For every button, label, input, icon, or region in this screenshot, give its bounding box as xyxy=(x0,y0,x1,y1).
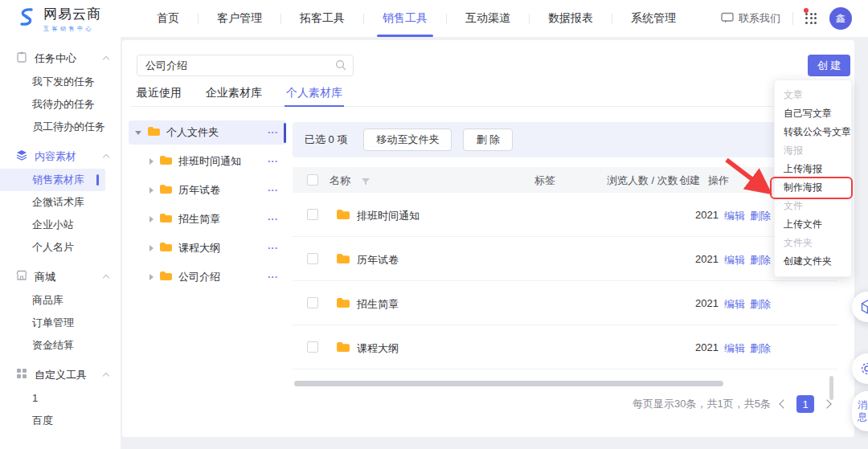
nav-item-channels[interactable]: 互动渠道 xyxy=(447,0,529,37)
menu-item-upload-poster[interactable]: 上传海报 xyxy=(775,160,851,178)
sidebar-item-custom-1[interactable]: 1 xyxy=(0,387,121,410)
move-to-folder-button[interactable]: 移动至文件夹 xyxy=(363,129,452,151)
nav-item-prospecting[interactable]: 拓客工具 xyxy=(281,0,363,37)
gear-icon xyxy=(860,361,868,376)
tree-scrollbar-thumb[interactable] xyxy=(284,123,286,143)
chevron-up-icon xyxy=(103,373,109,379)
sidebar-item-sales-materials[interactable]: 销售素材库 xyxy=(0,169,105,191)
select-all-checkbox[interactable] xyxy=(307,174,318,186)
row-name-link[interactable]: 招生简章 xyxy=(357,297,399,312)
row-name-link[interactable]: 排班时间通知 xyxy=(357,209,420,223)
tree-node-shift-notice[interactable]: 排班时间通知 xyxy=(129,149,286,173)
more-actions-icon[interactable] xyxy=(268,129,278,137)
menu-item-create-folder[interactable]: 创建文件夹 xyxy=(775,252,851,271)
settings-float-button[interactable] xyxy=(852,353,868,384)
more-actions-icon[interactable] xyxy=(268,215,278,223)
caret-right-icon[interactable] xyxy=(149,216,154,222)
avatar[interactable]: 鑫 xyxy=(829,7,852,30)
delete-link[interactable]: 删除 xyxy=(750,253,771,267)
folder-icon xyxy=(159,271,173,284)
nav-item-home[interactable]: 首页 xyxy=(138,0,198,37)
sidebar-item-tasks-sent[interactable]: 我下发的任务 xyxy=(0,71,121,93)
folder-icon xyxy=(159,155,173,168)
message-float-button[interactable]: 消息 xyxy=(852,391,868,431)
edit-link[interactable]: 编辑 xyxy=(724,297,745,312)
search-icon[interactable] xyxy=(335,59,346,74)
next-page-icon[interactable] xyxy=(822,399,831,408)
tree-node-company-intro[interactable]: 公司介绍 xyxy=(129,265,286,289)
menu-item-repost-official-article[interactable]: 转载公众号文章 xyxy=(775,123,851,141)
sidebar-item-order-management[interactable]: 订单管理 xyxy=(0,312,121,334)
sidebar-section-content[interactable]: 内容素材 xyxy=(0,144,121,169)
sidebar-item-wecom-scripts[interactable]: 企微话术库 xyxy=(0,191,121,214)
caret-right-icon[interactable] xyxy=(149,274,154,280)
row-checkbox[interactable] xyxy=(307,209,318,220)
annotation-highlight-box xyxy=(770,177,853,199)
delete-link[interactable]: 删除 xyxy=(750,297,771,312)
main-content-card: 创 建 最近使用 企业素材库 个人素材库 个人文件夹 排班时间通知 xyxy=(122,40,854,437)
caret-down-icon[interactable] xyxy=(135,131,141,135)
row-checkbox[interactable] xyxy=(307,297,318,308)
section-label: 自定义工具 xyxy=(35,368,87,382)
contact-us-label: 联系我们 xyxy=(739,11,780,26)
tree-node-personal-folder[interactable]: 个人文件夹 xyxy=(129,120,286,145)
section-label: 商城 xyxy=(35,270,55,284)
folder-icon xyxy=(336,253,350,267)
tab-personal-library[interactable]: 个人素材库 xyxy=(286,80,342,106)
caret-right-icon[interactable] xyxy=(149,158,154,165)
filter-funnel-icon[interactable] xyxy=(362,176,370,188)
tab-recently-used[interactable]: 最近使用 xyxy=(137,80,182,106)
contact-us-button[interactable]: 联系我们 xyxy=(721,11,780,26)
more-actions-icon[interactable] xyxy=(268,157,278,165)
tab-enterprise-library[interactable]: 企业素材库 xyxy=(206,80,262,106)
sidebar-item-product-library[interactable]: 商品库 xyxy=(0,289,121,312)
tree-node-past-exams[interactable]: 历年试卷 xyxy=(129,178,286,202)
sidebar-item-baidu[interactable]: 百度 xyxy=(0,410,121,432)
nav-item-sales-tools[interactable]: 销售工具 xyxy=(364,0,446,37)
cube-float-button[interactable] xyxy=(852,292,868,322)
prev-page-icon[interactable] xyxy=(779,399,788,408)
more-actions-icon[interactable] xyxy=(268,273,278,281)
row-name-link[interactable]: 历年试卷 xyxy=(357,253,399,267)
tree-node-course-outline[interactable]: 课程大纲 xyxy=(129,236,286,260)
row-checkbox[interactable] xyxy=(307,341,318,353)
edit-link[interactable]: 编辑 xyxy=(724,341,745,356)
tree-node-admission-brochure[interactable]: 招生简章 xyxy=(129,207,286,231)
menu-item-upload-file[interactable]: 上传文件 xyxy=(775,215,851,234)
app-grid-icon[interactable] xyxy=(805,13,817,25)
sidebar-item-tasks-staff-todo[interactable]: 员工待办的任务 xyxy=(0,116,121,138)
sidebar-section-tasks[interactable]: 任务中心 xyxy=(0,46,121,71)
delete-link[interactable]: 删除 xyxy=(750,209,771,223)
edit-link[interactable]: 编辑 xyxy=(724,253,745,267)
section-label: 内容素材 xyxy=(35,149,76,164)
sidebar-section-custom-tools[interactable]: 自定义工具 xyxy=(0,362,121,387)
sidebar-item-tasks-my-todo[interactable]: 我待办的任务 xyxy=(0,93,121,116)
caret-right-icon[interactable] xyxy=(149,187,154,194)
more-actions-icon[interactable] xyxy=(268,244,278,252)
search-input[interactable] xyxy=(137,55,354,76)
sidebar-item-company-site[interactable]: 企业小站 xyxy=(0,214,121,236)
nav-item-system[interactable]: 系统管理 xyxy=(612,0,694,37)
horizontal-scrollbar-thumb[interactable] xyxy=(294,381,723,386)
sidebar-item-personal-card[interactable]: 个人名片 xyxy=(0,236,121,259)
sidebar-section-mall[interactable]: 商城 xyxy=(0,264,121,289)
pagination-summary: 每页显示30条，共1页，共5条 xyxy=(633,397,771,411)
table-row: 招生简章 2021 编辑 删除 xyxy=(293,281,837,325)
selection-toolbar: 已选 0 项 移动至文件夹 删 除 xyxy=(293,122,837,157)
create-button[interactable]: 创 建 xyxy=(808,55,850,76)
sidebar-item-fund-settlement[interactable]: 资金结算 xyxy=(0,334,121,357)
tree-node-label: 招生简章 xyxy=(178,212,220,227)
row-name-link[interactable]: 课程大纲 xyxy=(357,341,399,356)
page-1-button[interactable]: 1 xyxy=(796,395,814,413)
delete-link[interactable]: 删除 xyxy=(750,341,771,356)
menu-group-folder: 文件夹 xyxy=(775,234,851,252)
nav-item-reports[interactable]: 数据报表 xyxy=(530,0,612,37)
edit-link[interactable]: 编辑 xyxy=(724,209,745,223)
delete-button[interactable]: 删 除 xyxy=(463,129,513,151)
more-actions-icon[interactable] xyxy=(268,186,278,194)
menu-item-write-article[interactable]: 自己写文章 xyxy=(775,104,851,123)
row-checkbox[interactable] xyxy=(307,253,318,264)
nav-item-customers[interactable]: 客户管理 xyxy=(199,0,280,37)
caret-right-icon[interactable] xyxy=(149,245,154,251)
grid-squares-icon xyxy=(16,368,27,382)
